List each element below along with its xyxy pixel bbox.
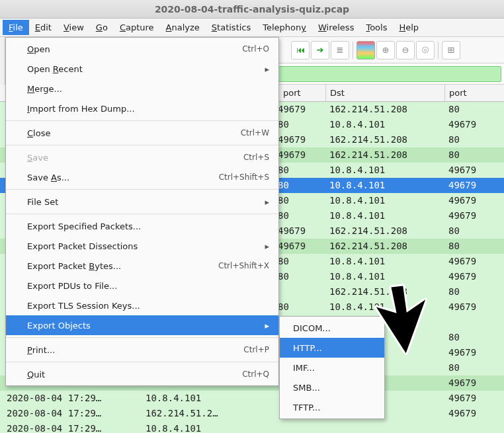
cell-dst: 162.214.51.208 xyxy=(325,102,444,117)
zoom-out-button[interactable]: ⊖ xyxy=(396,41,415,59)
cell-dst: 10.8.4.101 xyxy=(325,299,444,315)
cell-time: 2020-08-04 17:29… xyxy=(0,421,146,433)
cell-dst: 10.8.4.101 xyxy=(325,254,444,269)
file-open-recent[interactable]: Open Recent▸ xyxy=(6,59,278,79)
window-title: 2020-08-04-traffic-analysis-quiz.pcap xyxy=(155,4,349,15)
menu-wireless[interactable]: Wireless xyxy=(312,20,360,35)
cell-port1: 49679 xyxy=(278,102,325,117)
toolbar-divider xyxy=(353,42,353,59)
file-open[interactable]: OpenCtrl+O xyxy=(6,39,278,59)
cell-dst: 10.8.4.101 xyxy=(325,208,444,223)
file-save-as[interactable]: Save As...Ctrl+Shift+S xyxy=(6,167,278,187)
cell-src: 162.214.51.2… xyxy=(146,406,278,421)
cell-port2 xyxy=(444,315,504,330)
menu-statistics[interactable]: Statistics xyxy=(206,20,257,35)
cell-port1: 49679 xyxy=(278,223,325,239)
go-first-button[interactable]: ⏮ xyxy=(291,41,310,59)
cell-dst: 162.214.51.208 xyxy=(325,284,444,299)
file-quit[interactable]: QuitCtrl+Q xyxy=(6,364,278,384)
export-objects-submenu: DICOM... HTTP... IMF... SMB... TFTP... xyxy=(279,316,385,419)
file-file-set[interactable]: File Set▸ xyxy=(6,192,278,212)
cell-port1: 80 xyxy=(278,254,325,269)
file-export-objects[interactable]: Export Objects▸ xyxy=(6,315,278,335)
menu-edit[interactable]: Edit xyxy=(29,20,58,35)
menu-file[interactable]: File xyxy=(3,20,29,35)
menu-separator xyxy=(6,337,278,338)
cell-port2: 49679 xyxy=(444,375,504,391)
cell-port1 xyxy=(278,284,325,299)
cell-port2: 80 xyxy=(444,102,504,117)
window-titlebar: 2020-08-04-traffic-analysis-quiz.pcap xyxy=(0,0,504,19)
cell-port2: 49679 xyxy=(444,254,504,269)
file-print[interactable]: Print...Ctrl+P xyxy=(6,340,278,360)
cell-port1: 49679 xyxy=(278,147,325,163)
file-export-tls[interactable]: Export TLS Session Keys... xyxy=(6,295,278,315)
file-export-pdus[interactable]: Export PDUs to File... xyxy=(6,276,278,295)
colorize-button[interactable] xyxy=(357,41,375,59)
cell-port2: 80 xyxy=(444,330,504,345)
cell-dst: 10.8.4.101 xyxy=(325,269,444,284)
menu-go[interactable]: Go xyxy=(90,20,114,35)
menu-analyze[interactable]: Analyze xyxy=(160,20,206,35)
cell-port2: 49679 xyxy=(444,391,504,406)
file-export-specified[interactable]: Export Specified Packets... xyxy=(6,216,278,236)
menu-separator xyxy=(6,362,278,362)
autoscroll-button[interactable]: ≣ xyxy=(331,41,349,59)
cell-port2: 49679 xyxy=(444,117,504,132)
zoom-reset-button[interactable]: ⦾ xyxy=(416,41,435,59)
cell-port2: 49679 xyxy=(444,193,504,208)
export-objects-http[interactable]: HTTP... xyxy=(280,338,384,358)
cell-dst: 162.214.51.208 xyxy=(325,239,444,254)
table-row[interactable]: 2020-08-04 17:29…10.8.4.101 xyxy=(0,421,504,433)
file-close[interactable]: CloseCtrl+W xyxy=(6,123,278,143)
cell-port2: 80 xyxy=(444,147,504,163)
cell-dst: 10.8.4.101 xyxy=(325,117,444,132)
export-objects-imf[interactable]: IMF... xyxy=(280,358,384,377)
cell-port2: 49679 xyxy=(444,269,504,284)
menu-separator xyxy=(6,120,278,121)
column-header-port2[interactable]: port xyxy=(444,85,504,101)
column-header-dst[interactable]: Dst xyxy=(325,85,444,101)
toolbar-divider-2 xyxy=(438,42,439,59)
menu-telephony[interactable]: Telephony xyxy=(257,20,312,35)
cell-port1: 80 xyxy=(278,178,325,193)
cell-port2: 49679 xyxy=(444,163,504,178)
table-row[interactable]: 2020-08-04 17:29…10.8.4.1014.10149679 xyxy=(0,391,504,406)
file-save: SaveCtrl+S xyxy=(6,147,278,167)
cell-port1: 80 xyxy=(278,163,325,178)
file-merge[interactable]: Merge... xyxy=(6,79,278,98)
cell-dst: 10.8.4.101 xyxy=(325,178,444,193)
cell-dst: 162.214.51.208 xyxy=(325,132,444,147)
cell-port2: 49679 xyxy=(444,178,504,193)
file-export-dissections[interactable]: Export Packet Dissections▸ xyxy=(6,236,278,256)
cell-dst: 162.214.51.208 xyxy=(325,223,444,239)
cell-port1: 49679 xyxy=(278,239,325,254)
cell-port2: 49679 xyxy=(444,406,504,421)
export-objects-tftp[interactable]: TFTP... xyxy=(280,397,384,417)
cell-port1 xyxy=(278,421,325,433)
cell-port2: 49679 xyxy=(444,208,504,223)
cell-time: 2020-08-04 17:29… xyxy=(0,391,146,406)
cell-port2: 80 xyxy=(444,360,504,375)
cell-port2: 80 xyxy=(444,284,504,299)
cell-dst: 10.8.4.101 xyxy=(325,193,444,208)
menu-tools[interactable]: Tools xyxy=(360,20,393,35)
menu-help[interactable]: Help xyxy=(393,20,425,35)
export-objects-dicom[interactable]: DICOM... xyxy=(280,318,384,338)
cell-port2: 80 xyxy=(444,132,504,147)
file-menu-dropdown: OpenCtrl+O Open Recent▸ Merge... Import … xyxy=(5,37,279,386)
file-import-hex[interactable]: Import from Hex Dump... xyxy=(6,98,278,118)
menubar: File Edit View Go Capture Analyze Statis… xyxy=(0,19,504,37)
file-export-bytes[interactable]: Export Packet Bytes...Ctrl+Shift+X xyxy=(6,256,278,276)
menu-separator xyxy=(6,214,278,214)
table-row[interactable]: 2020-08-04 17:29…162.214.51.2…4.10149679 xyxy=(0,406,504,421)
go-next-button[interactable]: ➔ xyxy=(311,41,329,59)
menu-capture[interactable]: Capture xyxy=(114,20,160,35)
menu-view[interactable]: View xyxy=(58,20,90,35)
resize-columns-button[interactable]: ⊞ xyxy=(442,41,460,59)
zoom-in-button[interactable]: ⊕ xyxy=(376,41,395,59)
cell-time: 2020-08-04 17:29… xyxy=(0,406,146,421)
export-objects-smb[interactable]: SMB... xyxy=(280,377,384,397)
left-gutter xyxy=(0,37,5,85)
cell-port1: 80 xyxy=(278,208,325,223)
